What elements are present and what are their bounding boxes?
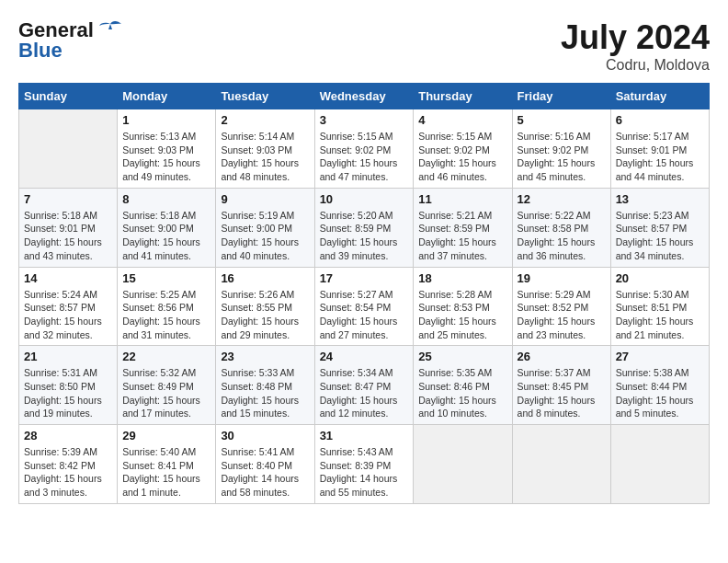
- day-info: Sunrise: 5:40 AMSunset: 8:41 PMDaylight:…: [122, 445, 210, 500]
- day-number: 7: [24, 192, 112, 206]
- day-info: Sunrise: 5:33 AMSunset: 8:48 PMDaylight:…: [221, 366, 309, 420]
- day-info: Sunrise: 5:21 AMSunset: 8:59 PMDaylight:…: [418, 209, 506, 263]
- day-number: 14: [24, 271, 112, 285]
- day-number: 2: [221, 113, 309, 127]
- day-info: Sunrise: 5:35 AMSunset: 8:46 PMDaylight:…: [418, 366, 506, 420]
- day-info: Sunrise: 5:41 AMSunset: 8:40 PMDaylight:…: [221, 445, 309, 500]
- calendar-cell: 25Sunrise: 5:35 AMSunset: 8:46 PMDayligh…: [414, 346, 512, 425]
- calendar-cell: 9Sunrise: 5:19 AMSunset: 9:00 PMDaylight…: [216, 188, 314, 267]
- day-number: 16: [221, 271, 309, 285]
- weekday-header-wednesday: Wednesday: [314, 84, 414, 109]
- calendar-cell: 29Sunrise: 5:40 AMSunset: 8:41 PMDayligh…: [118, 425, 216, 504]
- calendar-cell: 5Sunrise: 5:16 AMSunset: 9:02 PMDaylight…: [512, 109, 610, 189]
- day-info: Sunrise: 5:39 AMSunset: 8:42 PMDaylight:…: [24, 445, 112, 500]
- day-info: Sunrise: 5:26 AMSunset: 8:55 PMDaylight:…: [221, 288, 309, 342]
- day-info: Sunrise: 5:37 AMSunset: 8:45 PMDaylight:…: [518, 366, 606, 420]
- calendar-cell: 21Sunrise: 5:31 AMSunset: 8:50 PMDayligh…: [19, 346, 118, 425]
- day-info: Sunrise: 5:30 AMSunset: 8:51 PMDaylight:…: [616, 288, 704, 342]
- day-number: 23: [221, 350, 309, 363]
- calendar-cell: 6Sunrise: 5:17 AMSunset: 9:01 PMDaylight…: [610, 109, 709, 189]
- weekday-header-thursday: Thursday: [414, 84, 512, 109]
- day-info: Sunrise: 5:18 AMSunset: 9:01 PMDaylight:…: [24, 209, 112, 263]
- day-info: Sunrise: 5:18 AMSunset: 9:00 PMDaylight:…: [122, 209, 210, 263]
- calendar-cell: 13Sunrise: 5:23 AMSunset: 8:57 PMDayligh…: [610, 188, 709, 267]
- location-subtitle: Codru, Moldova: [561, 57, 710, 74]
- day-number: 29: [122, 429, 210, 442]
- calendar-cell: 4Sunrise: 5:15 AMSunset: 9:02 PMDaylight…: [414, 109, 512, 189]
- day-info: Sunrise: 5:15 AMSunset: 9:02 PMDaylight:…: [320, 130, 409, 184]
- weekday-header-sunday: Sunday: [19, 84, 118, 109]
- weekday-header-friday: Friday: [512, 84, 610, 109]
- calendar-cell: 27Sunrise: 5:38 AMSunset: 8:44 PMDayligh…: [610, 346, 709, 425]
- day-info: Sunrise: 5:23 AMSunset: 8:57 PMDaylight:…: [616, 209, 704, 263]
- day-number: 5: [518, 113, 606, 127]
- day-info: Sunrise: 5:24 AMSunset: 8:57 PMDaylight:…: [24, 288, 112, 342]
- day-info: Sunrise: 5:32 AMSunset: 8:49 PMDaylight:…: [122, 366, 210, 420]
- day-number: 24: [320, 350, 409, 363]
- day-number: 22: [122, 350, 210, 363]
- page-header: General Blue July 2024 Codru, Moldova: [18, 18, 710, 74]
- title-block: July 2024 Codru, Moldova: [561, 18, 710, 74]
- calendar-cell: 23Sunrise: 5:33 AMSunset: 8:48 PMDayligh…: [216, 346, 314, 425]
- calendar-cell: [414, 425, 512, 504]
- calendar-cell: [610, 425, 709, 504]
- calendar-cell: 15Sunrise: 5:25 AMSunset: 8:56 PMDayligh…: [118, 267, 216, 346]
- calendar-table: SundayMondayTuesdayWednesdayThursdayFrid…: [18, 83, 710, 504]
- day-info: Sunrise: 5:17 AMSunset: 9:01 PMDaylight:…: [616, 130, 704, 184]
- day-info: Sunrise: 5:15 AMSunset: 9:02 PMDaylight:…: [418, 130, 506, 184]
- day-number: 13: [616, 192, 704, 206]
- weekday-header-saturday: Saturday: [610, 84, 709, 109]
- day-number: 9: [221, 192, 309, 206]
- day-info: Sunrise: 5:38 AMSunset: 8:44 PMDaylight:…: [616, 366, 704, 420]
- calendar-cell: 11Sunrise: 5:21 AMSunset: 8:59 PMDayligh…: [414, 188, 512, 267]
- day-info: Sunrise: 5:28 AMSunset: 8:53 PMDaylight:…: [418, 288, 506, 342]
- calendar-cell: [19, 109, 118, 189]
- day-number: 18: [418, 271, 506, 285]
- calendar-cell: 1Sunrise: 5:13 AMSunset: 9:03 PMDaylight…: [118, 109, 216, 189]
- calendar-cell: 2Sunrise: 5:14 AMSunset: 9:03 PMDaylight…: [216, 109, 314, 189]
- calendar-cell: 31Sunrise: 5:43 AMSunset: 8:39 PMDayligh…: [314, 425, 414, 504]
- day-number: 8: [122, 192, 210, 206]
- day-number: 4: [418, 113, 506, 127]
- month-year-title: July 2024: [561, 18, 710, 57]
- calendar-cell: [512, 425, 610, 504]
- calendar-cell: 30Sunrise: 5:41 AMSunset: 8:40 PMDayligh…: [216, 425, 314, 504]
- calendar-cell: 22Sunrise: 5:32 AMSunset: 8:49 PMDayligh…: [118, 346, 216, 425]
- day-info: Sunrise: 5:19 AMSunset: 9:00 PMDaylight:…: [221, 209, 309, 263]
- calendar-cell: 14Sunrise: 5:24 AMSunset: 8:57 PMDayligh…: [19, 267, 118, 346]
- day-number: 10: [320, 192, 409, 206]
- day-number: 25: [418, 350, 506, 363]
- day-number: 19: [518, 271, 606, 285]
- calendar-cell: 19Sunrise: 5:29 AMSunset: 8:52 PMDayligh…: [512, 267, 610, 346]
- calendar-cell: 17Sunrise: 5:27 AMSunset: 8:54 PMDayligh…: [314, 267, 414, 346]
- calendar-cell: 8Sunrise: 5:18 AMSunset: 9:00 PMDaylight…: [118, 188, 216, 267]
- calendar-cell: 28Sunrise: 5:39 AMSunset: 8:42 PMDayligh…: [19, 425, 118, 504]
- logo-bird-icon: [97, 20, 123, 40]
- calendar-cell: 20Sunrise: 5:30 AMSunset: 8:51 PMDayligh…: [610, 267, 709, 346]
- day-info: Sunrise: 5:14 AMSunset: 9:03 PMDaylight:…: [221, 130, 309, 184]
- calendar-cell: 24Sunrise: 5:34 AMSunset: 8:47 PMDayligh…: [314, 346, 414, 425]
- day-number: 20: [616, 271, 704, 285]
- day-info: Sunrise: 5:13 AMSunset: 9:03 PMDaylight:…: [122, 130, 210, 184]
- day-info: Sunrise: 5:29 AMSunset: 8:52 PMDaylight:…: [518, 288, 606, 342]
- day-number: 28: [24, 429, 112, 442]
- calendar-cell: 26Sunrise: 5:37 AMSunset: 8:45 PMDayligh…: [512, 346, 610, 425]
- calendar-cell: 10Sunrise: 5:20 AMSunset: 8:59 PMDayligh…: [314, 188, 414, 267]
- calendar-cell: 16Sunrise: 5:26 AMSunset: 8:55 PMDayligh…: [216, 267, 314, 346]
- day-info: Sunrise: 5:43 AMSunset: 8:39 PMDaylight:…: [320, 445, 409, 500]
- weekday-header-monday: Monday: [118, 84, 216, 109]
- day-number: 12: [518, 192, 606, 206]
- day-number: 30: [221, 429, 309, 442]
- day-number: 21: [24, 350, 112, 363]
- day-info: Sunrise: 5:31 AMSunset: 8:50 PMDaylight:…: [24, 366, 112, 420]
- day-info: Sunrise: 5:34 AMSunset: 8:47 PMDaylight:…: [320, 366, 409, 420]
- calendar-cell: 7Sunrise: 5:18 AMSunset: 9:01 PMDaylight…: [19, 188, 118, 267]
- weekday-header-tuesday: Tuesday: [216, 84, 314, 109]
- day-info: Sunrise: 5:27 AMSunset: 8:54 PMDaylight:…: [320, 288, 409, 342]
- calendar-cell: 18Sunrise: 5:28 AMSunset: 8:53 PMDayligh…: [414, 267, 512, 346]
- calendar-cell: 12Sunrise: 5:22 AMSunset: 8:58 PMDayligh…: [512, 188, 610, 267]
- logo: General Blue: [18, 18, 123, 63]
- day-number: 11: [418, 192, 506, 206]
- calendar-cell: 3Sunrise: 5:15 AMSunset: 9:02 PMDaylight…: [314, 109, 414, 189]
- day-number: 3: [320, 113, 409, 127]
